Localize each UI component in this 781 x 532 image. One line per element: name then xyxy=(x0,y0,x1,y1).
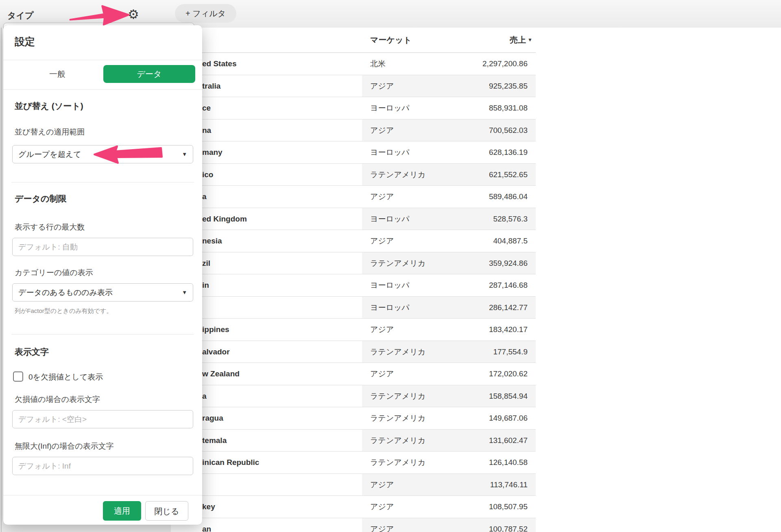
sales-cell: 177,554.9 xyxy=(456,341,536,363)
sales-cell: 700,562.03 xyxy=(456,119,536,141)
table-row: ragua ラテンアメリカ 149,687.06 xyxy=(171,407,536,430)
sales-cell: 528,576.3 xyxy=(456,208,536,230)
market-cell: アジア xyxy=(362,75,456,97)
table-row: ed Kingdom ヨーロッパ 528,576.3 xyxy=(171,208,536,230)
chevron-down-icon: ▼ xyxy=(182,145,187,163)
inf-text-input[interactable] xyxy=(12,457,193,475)
column-header-sales[interactable]: 売上 ▼ xyxy=(510,28,532,52)
table-row: w Zealand アジア 172,020.62 xyxy=(171,363,536,385)
close-button[interactable]: 閉じる xyxy=(145,501,188,521)
pane-divider xyxy=(1,28,2,532)
sort-scope-select[interactable]: グループを超えて ▼ xyxy=(12,145,193,163)
market-cell: ラテンアメリカ xyxy=(362,252,456,274)
table-row: tralia アジア 925,235.85 xyxy=(171,75,536,98)
sort-section-heading: 並び替え (ソート) xyxy=(15,100,83,112)
table-row: zil ラテンアメリカ 359,924.86 xyxy=(171,252,536,275)
table-row: nesia アジア 404,887.5 xyxy=(171,230,536,252)
missing-text-label: 欠損値の場合の表示文字 xyxy=(15,394,100,405)
sort-scope-value: グループを超えて xyxy=(18,150,81,159)
sales-cell: 2,297,200.86 xyxy=(456,53,536,75)
divider xyxy=(11,182,194,182)
row-stripe-region: アジア 404,887.5 xyxy=(362,230,536,252)
apply-button[interactable]: 適用 xyxy=(103,501,141,521)
divider xyxy=(3,60,202,60)
market-cell: ヨーロッパ xyxy=(362,297,456,319)
divider xyxy=(3,89,202,90)
tab-general[interactable]: 一般 xyxy=(11,65,103,83)
sort-descending-icon: ▼ xyxy=(528,28,532,52)
table-body: ed States 北米 2,297,200.86 tralia アジア 925… xyxy=(171,53,536,532)
category-display-value: データのあるもののみ表示 xyxy=(18,288,113,297)
category-display-select[interactable]: データのあるもののみ表示 ▼ xyxy=(12,283,193,302)
row-stripe-region: アジア 113,746.11 xyxy=(362,474,536,496)
add-filter-button[interactable]: + フィルタ xyxy=(175,4,236,23)
row-stripe-region: アジア 925,235.85 xyxy=(362,75,536,97)
market-cell: アジア xyxy=(362,186,456,208)
sales-cell: 286,142.77 xyxy=(456,297,536,319)
row-stripe-region: ヨーロッパ 858,931.08 xyxy=(362,97,536,119)
tab-data[interactable]: データ xyxy=(103,65,195,83)
divider xyxy=(3,495,202,495)
market-cell: アジア xyxy=(362,363,456,385)
table-row: temala ラテンアメリカ 131,602.47 xyxy=(171,430,536,452)
sales-cell: 149,687.06 xyxy=(456,407,536,429)
row-stripe-region: アジア 100,787.52 xyxy=(362,518,536,532)
table-row: ippines アジア 183,420.17 xyxy=(171,319,536,341)
market-cell: ラテンアメリカ xyxy=(362,452,456,473)
column-header-sales-label: 売上 xyxy=(510,28,526,52)
row-stripe-region: ラテンアメリカ 359,924.86 xyxy=(362,252,536,274)
sales-cell: 108,507.95 xyxy=(456,496,536,518)
sales-cell: 858,931.08 xyxy=(456,97,536,119)
row-stripe-region: アジア 183,420.17 xyxy=(362,319,536,341)
gear-icon[interactable]: ⚙ xyxy=(128,7,139,23)
market-cell: アジア xyxy=(362,496,456,518)
sales-cell: 183,420.17 xyxy=(456,319,536,341)
row-stripe-region: アジア 172,020.62 xyxy=(362,363,536,385)
category-display-label: カテゴリーの値の表示 xyxy=(15,267,93,278)
sales-cell: 158,854.94 xyxy=(456,385,536,407)
market-cell: ラテンアメリカ xyxy=(362,385,456,407)
max-rows-input[interactable] xyxy=(12,238,193,256)
market-cell: ラテンアメリカ xyxy=(362,407,456,429)
sales-cell: 925,235.85 xyxy=(456,75,536,97)
sales-cell: 359,924.86 xyxy=(456,252,536,274)
table-row: a ラテンアメリカ 158,854.94 xyxy=(171,385,536,408)
table-row: an アジア 100,787.52 xyxy=(171,518,536,532)
row-stripe-region: 北米 2,297,200.86 xyxy=(362,53,536,75)
sales-cell: 100,787.52 xyxy=(456,518,536,532)
display-text-heading: 表示文字 xyxy=(15,346,49,358)
table-row: many ヨーロッパ 628,136.19 xyxy=(171,141,536,164)
row-stripe-region: ラテンアメリカ 149,687.06 xyxy=(362,407,536,429)
table-row: inican Republic ラテンアメリカ 126,140.58 xyxy=(171,452,536,474)
row-stripe-region: アジア 589,486.04 xyxy=(362,186,536,208)
table-row: key アジア 108,507.95 xyxy=(171,496,536,518)
divider xyxy=(11,334,194,334)
market-cell: ラテンアメリカ xyxy=(362,430,456,452)
panel-title: 設定 xyxy=(15,35,35,48)
market-cell: ヨーロッパ xyxy=(362,97,456,119)
table-row: na アジア 700,562.03 xyxy=(171,119,536,142)
sales-cell: 287,146.68 xyxy=(456,274,536,296)
type-label: タイプ xyxy=(7,10,33,21)
table-row: in ヨーロッパ 287,146.68 xyxy=(171,274,536,297)
row-stripe-region: ラテンアメリカ 177,554.9 xyxy=(362,341,536,363)
column-header-market[interactable]: マーケット xyxy=(370,28,412,52)
row-stripe-region: アジア 108,507.95 xyxy=(362,496,536,518)
zero-as-missing-label: 0を欠損値として表示 xyxy=(28,372,103,382)
max-rows-label: 表示する行の最大数 xyxy=(15,222,85,232)
row-stripe-region: ヨーロッパ 286,142.77 xyxy=(362,297,536,319)
zero-as-missing-checkbox[interactable] xyxy=(13,371,23,382)
table-row: ed States 北米 2,297,200.86 xyxy=(171,53,536,75)
row-stripe-region: ラテンアメリカ 126,140.58 xyxy=(362,452,536,473)
table-row: ico ラテンアメリカ 621,552.65 xyxy=(171,164,536,186)
market-cell: ヨーロッパ xyxy=(362,208,456,230)
sales-cell: 621,552.65 xyxy=(456,164,536,186)
data-table: マーケット 売上 ▼ ed States 北米 2,297,200.86 tra… xyxy=(171,28,536,532)
row-stripe-region: ヨーロッパ 287,146.68 xyxy=(362,274,536,296)
market-cell: ヨーロッパ xyxy=(362,274,456,296)
table-row: a アジア 589,486.04 xyxy=(171,186,536,208)
missing-text-input[interactable] xyxy=(12,410,193,428)
sales-cell: 113,746.11 xyxy=(456,474,536,496)
market-cell: アジア xyxy=(362,518,456,532)
row-stripe-region: アジア 700,562.03 xyxy=(362,119,536,141)
